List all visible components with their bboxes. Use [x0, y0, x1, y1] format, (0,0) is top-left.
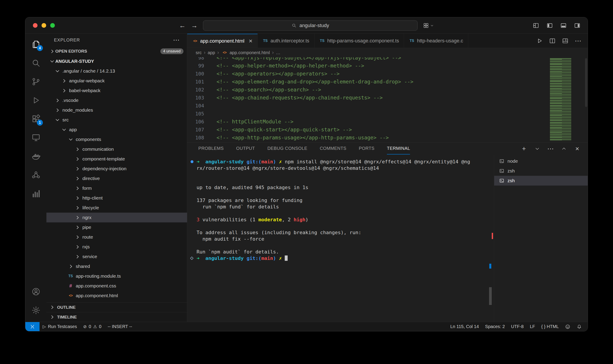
folder-pipe[interactable]: pipe [46, 222, 187, 232]
layout-button[interactable] [561, 37, 569, 45]
panel-tab-problems[interactable]: PROBLEMS [198, 143, 224, 155]
panel-tab-terminal[interactable]: TERMINAL [387, 143, 410, 155]
sidebar-more-actions[interactable]: ⋯ [173, 39, 180, 41]
folder-angular-cache-14-2-13[interactable]: .angular / cache / 14.2.13 [46, 66, 187, 76]
remote-indicator[interactable] [25, 322, 40, 331]
feedback-button[interactable] [562, 322, 573, 331]
zoom-window-button[interactable] [50, 23, 55, 28]
code-editor[interactable]: 98<!-- <app-rxjs-replay-subject></app-rx… [187, 57, 588, 143]
folder-babel-webpack[interactable]: babel-webpack [46, 86, 187, 95]
breadcrumb-item[interactable]: src [196, 50, 202, 55]
folder-form[interactable]: form [46, 183, 187, 193]
run-button[interactable] [536, 37, 543, 45]
breadcrumb-item[interactable]: … [276, 50, 280, 55]
panel-tab-debug-console[interactable]: DEBUG CONSOLE [267, 143, 307, 155]
source-control-button[interactable] [25, 72, 46, 91]
breadcrumb-item[interactable]: app [208, 50, 215, 55]
breadcrumb-item[interactable]: <>app.component.html [221, 50, 270, 55]
close-window-button[interactable] [33, 23, 38, 28]
status-item-spaces-2[interactable]: Spaces: 2 [482, 322, 508, 331]
panel-right-button[interactable] [573, 22, 581, 29]
search-button[interactable] [25, 54, 46, 72]
notifications-bell[interactable] [573, 322, 585, 331]
status-item-lf[interactable]: LF [527, 322, 538, 331]
terminal[interactable]: ➜ angular-study git:(main) ✗ npm install… [187, 155, 494, 322]
file-app-routing-module-ts[interactable]: TSapp-routing.module.ts [46, 271, 187, 281]
folder-ngrx[interactable]: ngrx [46, 213, 187, 222]
folder-directive[interactable]: directive [46, 174, 187, 183]
terminal-tab-zsh[interactable]: zsh [494, 176, 588, 185]
status-item-ln-115-col-14[interactable]: Ln 115, Col 14 [447, 322, 482, 331]
status-item-utf-8[interactable]: UTF-8 [508, 322, 527, 331]
bottom-panel: PROBLEMSOUTPUTDEBUG CONSOLECOMMENTSPORTS… [187, 143, 588, 322]
section-outline[interactable]: OUTLINE [46, 302, 187, 312]
status-item-html[interactable]: { } HTML [538, 322, 562, 331]
run-debug-button[interactable] [25, 91, 46, 110]
folder-lifecycle[interactable]: lifecycle [46, 203, 187, 213]
folder-rxjs[interactable]: rxjs [46, 242, 187, 252]
folder-http-client[interactable]: http-client [46, 193, 187, 203]
panel-tab-ports[interactable]: PORTS [359, 143, 375, 155]
panel-header: PROBLEMSOUTPUTDEBUG CONSOLECOMMENTSPORTS… [187, 143, 588, 155]
editor-scrollbar[interactable] [585, 58, 587, 107]
terminal-line [197, 210, 487, 216]
explorer-button[interactable]: 4 [25, 35, 46, 54]
panel-tab-comments[interactable]: COMMENTS [320, 143, 346, 155]
more-button[interactable]: ⋯ [574, 37, 582, 45]
problems-status[interactable]: ⊘ 0 ⚠ 0 [80, 322, 104, 331]
split-editor-button[interactable] [549, 37, 556, 45]
folder-dependency-injection[interactable]: dependency-injection [46, 164, 187, 174]
more-button[interactable]: ⋯ [547, 145, 554, 153]
settings-button[interactable] [25, 301, 46, 320]
file-app-component-css[interactable]: #app.component.css [46, 281, 187, 291]
workspace-root-header[interactable]: ANGULAR-STUDY [46, 56, 187, 66]
tab-http-params-usage-component-ts[interactable]: TShttp-params-usage.component.ts [315, 34, 404, 48]
folder-communication[interactable]: communication [46, 144, 187, 154]
folder-vscode[interactable]: .vscode [46, 95, 187, 105]
folder-route[interactable]: route [46, 232, 187, 242]
tab-app-component-html[interactable]: <>app.component.html× [187, 34, 258, 48]
layout-grid-button[interactable] [532, 22, 540, 29]
folder-shared[interactable]: shared [46, 261, 187, 271]
maximize-button[interactable] [560, 145, 568, 153]
tab-auth-interceptor-ts[interactable]: TSauth.interceptor.ts [258, 34, 315, 48]
minimap[interactable] [548, 57, 588, 143]
folder-app[interactable]: app [46, 125, 187, 134]
remote-explorer-button[interactable] [25, 128, 46, 147]
minimize-window-button[interactable] [41, 23, 46, 28]
panel-tab-output[interactable]: OUTPUT [236, 143, 255, 155]
organization-button[interactable] [25, 166, 46, 184]
tree-item-label: component-template [82, 156, 125, 162]
folder-src[interactable]: src [46, 115, 187, 125]
close-icon[interactable]: × [249, 38, 252, 44]
panel-bottom-button[interactable] [560, 22, 567, 29]
open-editors-header[interactable]: OPEN EDITORS 4 unsaved [46, 46, 187, 56]
terminal-scrollbar-thumb[interactable] [489, 287, 492, 305]
error-count: 0 [89, 324, 91, 329]
back-button[interactable]: ← [179, 22, 186, 29]
folder-node-modules[interactable]: node_modules [46, 105, 187, 115]
command-center-search[interactable]: angular-study [203, 20, 418, 31]
layout-presets-button[interactable] [423, 22, 434, 29]
chevron-down-button[interactable] [533, 145, 541, 153]
terminal-tab-node[interactable]: node [494, 156, 588, 166]
new-terminal-button[interactable]: + [520, 145, 528, 153]
folder-angular-webpack[interactable]: angular-webpack [46, 76, 187, 86]
tab-http-headers-usage-c[interactable]: TShttp-headers-usage.c [404, 34, 468, 48]
vscode-window: ← → angular-study 41 EXPLORER ⋯ [25, 17, 588, 331]
folder-component-template[interactable]: component-template [46, 154, 187, 164]
extensions-button[interactable]: 1 [25, 110, 46, 128]
close-button[interactable]: × [573, 145, 581, 153]
forward-button[interactable]: → [191, 22, 198, 29]
chart-button[interactable] [25, 184, 46, 203]
section-timeline[interactable]: TIMELINE [46, 312, 187, 322]
run-testcases-button[interactable]: ▷ Run Testcases [40, 322, 80, 331]
folder-service[interactable]: service [46, 252, 187, 261]
terminal-tab-zsh[interactable]: zsh [494, 166, 588, 176]
docker-button[interactable] [25, 147, 46, 166]
folder-components[interactable]: components [46, 134, 187, 144]
file-app-component-html[interactable]: <>app.component.html [46, 291, 187, 300]
ts-file-icon: TS [319, 39, 325, 43]
panel-left-button[interactable] [546, 22, 553, 29]
accounts-button[interactable] [25, 282, 46, 301]
